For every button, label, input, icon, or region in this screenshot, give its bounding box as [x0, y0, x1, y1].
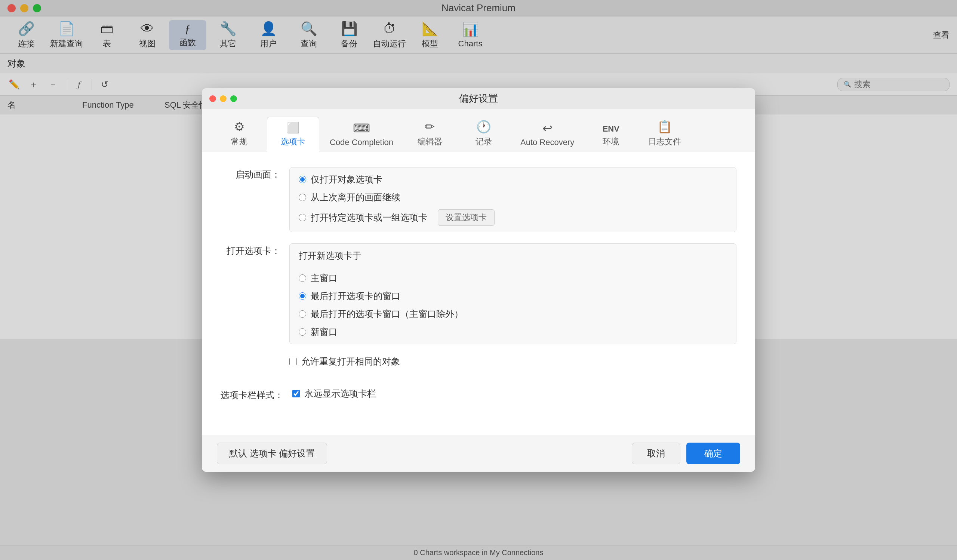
- environment-tab-icon: ENV: [603, 124, 619, 134]
- tabs-tab-icon: ⬜: [287, 121, 300, 134]
- open-tabs-option-new-window-label: 新窗口: [311, 326, 338, 338]
- tab-tabs[interactable]: ⬜ 选项卡: [267, 117, 319, 152]
- startup-option-last-screen[interactable]: 从上次离开的画面继续: [299, 191, 727, 203]
- allow-reopen-checkbox[interactable]: [289, 358, 297, 365]
- startup-radio-specific-tab[interactable]: [299, 214, 306, 221]
- open-tabs-option-last-opened[interactable]: 最后打开选项卡的窗口: [299, 290, 727, 302]
- environment-tab-label: 环境: [603, 136, 619, 147]
- always-show-checkbox[interactable]: [292, 390, 300, 398]
- tab-bar: ⚙ 常规 ⬜ 选项卡 ⌨ Code Completion ✏ 编辑器 🕐 记录 …: [202, 109, 755, 152]
- auto-recovery-tab-icon: ↩: [542, 121, 553, 135]
- open-tabs-option-last-tab-window[interactable]: 最后打开的选项卡窗口（主窗口除外）: [299, 308, 727, 320]
- log-tab-label: 记录: [475, 136, 492, 147]
- tab-log-file[interactable]: 📋 日志文件: [638, 115, 691, 152]
- startup-option-specific-tab[interactable]: 打开特定选项卡或一组选项卡 设置选项卡: [299, 209, 727, 226]
- open-tabs-label: 打开选项卡：: [221, 243, 280, 257]
- startup-option-specific-tab-label: 打开特定选项卡或一组选项卡: [311, 211, 427, 224]
- editor-tab-label: 编辑器: [418, 136, 442, 147]
- pref-minimize-button[interactable]: [220, 95, 227, 102]
- open-tabs-radio-last-tab-window[interactable]: [299, 310, 306, 318]
- auto-recovery-tab-label: Auto Recovery: [520, 137, 574, 147]
- startup-radio-obj-tab[interactable]: [299, 176, 306, 183]
- general-tab-icon: ⚙: [234, 120, 245, 134]
- pref-window-controls[interactable]: [209, 95, 237, 102]
- editor-tab-icon: ✏: [425, 120, 435, 134]
- pref-footer: 默认 选项卡 偏好设置 取消 确定: [202, 435, 755, 472]
- open-tabs-option-last-opened-label: 最后打开选项卡的窗口: [311, 290, 400, 302]
- startup-label: 启动画面：: [221, 167, 280, 181]
- tab-editor[interactable]: ✏ 编辑器: [404, 115, 456, 152]
- code-completion-tab-icon: ⌨: [353, 121, 370, 135]
- pref-maximize-button[interactable]: [230, 95, 237, 102]
- startup-radio-group: 仅打开对象选项卡 从上次离开的画面继续 打开特定选项卡或一组选项卡 设置选项卡: [289, 167, 736, 232]
- pref-dialog-title: 偏好设置: [459, 92, 498, 105]
- open-tabs-option-main-window-label: 主窗口: [311, 272, 338, 284]
- ok-button[interactable]: 确定: [686, 443, 740, 464]
- startup-content: 仅打开对象选项卡 从上次离开的画面继续 打开特定选项卡或一组选项卡 设置选项卡: [289, 167, 736, 232]
- tab-code-completion[interactable]: ⌨ Code Completion: [321, 117, 402, 152]
- footer-left: 默认 选项卡 偏好设置: [217, 443, 632, 464]
- log-tab-icon: 🕐: [476, 120, 491, 134]
- open-tabs-option-main-window[interactable]: 主窗口: [299, 272, 727, 284]
- startup-option-obj-tab[interactable]: 仅打开对象选项卡: [299, 174, 727, 185]
- allow-reopen-row: 允许重复打开相同的对象: [221, 355, 736, 377]
- allow-reopen-label: 允许重复打开相同的对象: [301, 355, 400, 368]
- open-tabs-radio-new-window[interactable]: [299, 328, 306, 336]
- log-file-tab-label: 日志文件: [648, 136, 681, 147]
- tab-style-row: 选项卡栏样式： 永远显示选项卡栏: [221, 388, 736, 409]
- open-tabs-sublabel: 打开新选项卡于: [299, 250, 727, 262]
- open-tabs-radio-main-window[interactable]: [299, 274, 306, 282]
- always-show-label: 永远显示选项卡栏: [304, 388, 376, 400]
- pref-dialog: 偏好设置 ⚙ 常规 ⬜ 选项卡 ⌨ Code Completion ✏ 编辑器 …: [202, 88, 755, 472]
- pref-body: 启动画面： 仅打开对象选项卡 从上次离开的画面继续 打开: [202, 152, 755, 435]
- tab-style-label: 选项卡栏样式：: [221, 388, 283, 401]
- pref-close-button[interactable]: [209, 95, 216, 102]
- pref-titlebar: 偏好设置: [202, 88, 755, 109]
- startup-radio-last-screen[interactable]: [299, 194, 306, 201]
- always-show-checkbox-row: 永远显示选项卡栏: [292, 388, 736, 400]
- allow-reopen-checkbox-row: 允许重复打开相同的对象: [289, 355, 736, 368]
- tab-log[interactable]: 🕐 记录: [458, 115, 510, 152]
- set-tabs-button[interactable]: 设置选项卡: [438, 209, 494, 226]
- open-tabs-content: 打开新选项卡于 主窗口 最后打开选项卡的窗口 最后打开的选项卡窗口（主窗口除外）: [289, 243, 736, 344]
- log-file-tab-icon: 📋: [657, 120, 672, 134]
- open-tabs-option-last-tab-window-label: 最后打开的选项卡窗口（主窗口除外）: [311, 308, 463, 320]
- startup-option-obj-tab-label: 仅打开对象选项卡: [311, 174, 382, 185]
- open-tabs-radio-last-opened[interactable]: [299, 292, 306, 300]
- footer-right: 取消 确定: [632, 443, 740, 464]
- startup-option-last-screen-label: 从上次离开的画面继续: [311, 191, 400, 203]
- tab-environment[interactable]: ENV 环境: [585, 120, 637, 152]
- default-button[interactable]: 默认 选项卡 偏好设置: [217, 443, 327, 464]
- open-tabs-radio-group: 打开新选项卡于 主窗口 最后打开选项卡的窗口 最后打开的选项卡窗口（主窗口除外）: [289, 243, 736, 344]
- code-completion-tab-label: Code Completion: [330, 137, 393, 147]
- tab-general[interactable]: ⚙ 常规: [213, 115, 265, 152]
- startup-row: 启动画面： 仅打开对象选项卡 从上次离开的画面继续 打开: [221, 167, 736, 232]
- general-tab-label: 常规: [231, 136, 248, 147]
- open-tabs-row: 打开选项卡： 打开新选项卡于 主窗口 最后打开选项卡的窗口: [221, 243, 736, 344]
- modal-overlay: 偏好设置 ⚙ 常规 ⬜ 选项卡 ⌨ Code Completion ✏ 编辑器 …: [0, 0, 957, 560]
- open-tabs-option-new-window[interactable]: 新窗口: [299, 326, 727, 338]
- tabs-tab-label: 选项卡: [281, 136, 305, 147]
- tab-auto-recovery[interactable]: ↩ Auto Recovery: [512, 117, 583, 152]
- cancel-button[interactable]: 取消: [632, 443, 681, 464]
